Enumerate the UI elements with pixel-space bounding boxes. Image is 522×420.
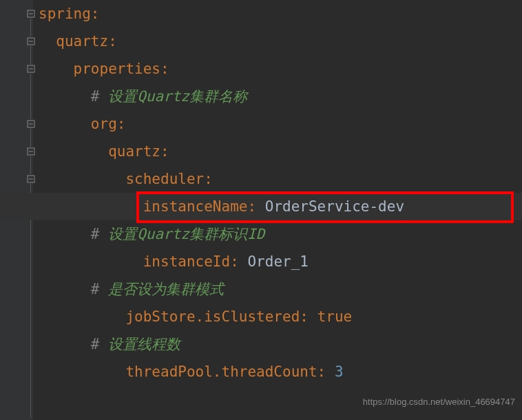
yaml-comment: # 设置线程数: [91, 336, 180, 353]
yaml-key: quartz: [56, 33, 108, 50]
yaml-key: threadPool.threadCount: [125, 364, 317, 380]
yaml-value: OrderService-dev: [265, 198, 404, 215]
yaml-comment: # 设置Quartz集群标识ID: [91, 226, 264, 242]
yaml-key: instanceId: [143, 253, 230, 270]
yaml-key: spring: [39, 6, 91, 22]
yaml-value: Order_1: [247, 253, 309, 270]
yaml-value: 3: [335, 364, 344, 380]
yaml-comment: # 是否设为集群模式: [91, 281, 224, 297]
yaml-key: scheduler: [125, 171, 204, 187]
yaml-key: quartz: [108, 143, 160, 160]
yaml-key: jobStore.isClustered: [125, 308, 300, 325]
yaml-comment: # 设置Quartz集群名称: [91, 88, 247, 105]
yaml-value: true: [317, 308, 353, 325]
yaml-key: org: [91, 116, 117, 132]
code-editor-content[interactable]: spring: quartz: properties: # 设置Quartz集群…: [33, 0, 404, 386]
yaml-key: properties: [74, 61, 160, 77]
yaml-key: instanceName: [143, 198, 248, 215]
csdn-watermark: https://blog.csdn.net/weixin_46694747: [363, 388, 515, 416]
